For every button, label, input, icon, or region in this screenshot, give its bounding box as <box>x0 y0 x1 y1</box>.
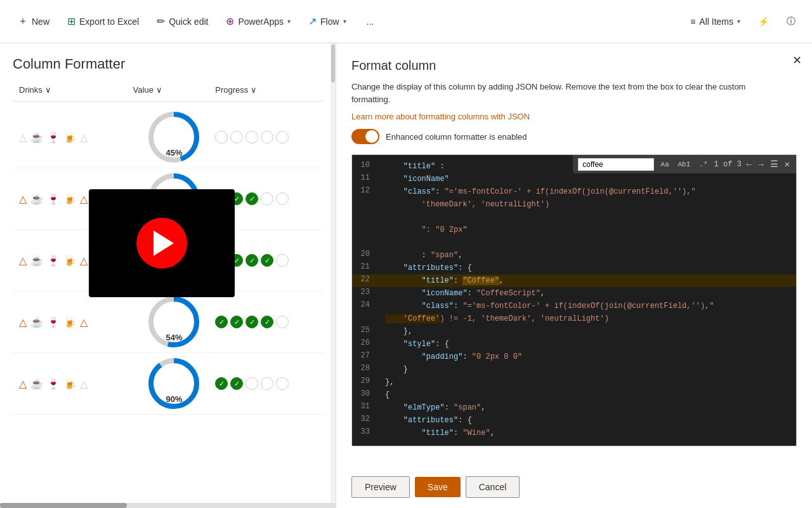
code-line: ": "0 2px" <box>352 224 796 236</box>
progress-dot-3: ✓ <box>261 316 273 328</box>
prev-match-button[interactable]: ← <box>745 158 753 171</box>
line-number: 11 <box>352 173 377 182</box>
line-content: "iconName": "CoffeeScript", <box>385 287 796 299</box>
drink-icon-0: △ <box>19 131 27 144</box>
match-case-option[interactable]: Aa <box>658 159 671 170</box>
line-number: 30 <box>352 389 377 398</box>
code-search-input[interactable] <box>578 158 654 171</box>
export-excel-button[interactable]: ⊞ Export to Excel <box>60 10 147 32</box>
whole-word-option[interactable]: AbI <box>676 159 693 170</box>
progress-dot-2: ✓ <box>246 192 258 205</box>
drinks-column-header[interactable]: Drinks ∨ <box>19 85 133 95</box>
code-line: 33 "title": "Wine", <box>352 427 796 439</box>
code-line: 30{ <box>352 389 796 401</box>
progress-dot-0 <box>215 131 228 144</box>
drink-icon-4: △ <box>80 316 88 328</box>
line-number: 26 <box>352 338 377 347</box>
expand-search-button[interactable]: ☰ <box>769 157 780 171</box>
vertical-scrollbar[interactable] <box>331 43 336 508</box>
line-number: 27 <box>352 351 377 360</box>
scroll-thumb-horizontal <box>0 503 127 508</box>
flow-chevron: ▾ <box>343 18 346 25</box>
all-items-button[interactable]: ≡ All Items ▾ <box>684 13 747 30</box>
progress-dot-3 <box>261 192 273 205</box>
code-line: 12 "class": "='ms-fontColor-' + if(index… <box>352 185 796 198</box>
line-number: 10 <box>352 160 377 170</box>
video-player[interactable] <box>89 189 235 297</box>
code-line: 26 "style": { <box>352 338 796 351</box>
progress-dot-1: ✓ <box>230 377 243 390</box>
new-button[interactable]: ＋ New <box>10 10 57 33</box>
flow-icon: ↗ <box>308 15 317 27</box>
play-button[interactable] <box>136 218 187 269</box>
progress-dot-4 <box>276 316 289 328</box>
search-count: 1 of 3 <box>714 160 742 169</box>
close-search-button[interactable]: ✕ <box>783 157 791 171</box>
table-row: △☕🍷🍺△ 54% ✓✓✓✓ <box>13 291 323 353</box>
line-content: "padding": "0 2px 0 0" <box>385 351 796 363</box>
line-content: }, <box>385 325 796 337</box>
line-content: 'themeDark', 'neutralLight') <box>385 198 796 210</box>
filter-button[interactable]: ⚡ <box>752 13 775 30</box>
line-content: "attributes": { <box>385 262 796 274</box>
drink-icon-0: △ <box>19 316 27 328</box>
drink-icon-2: 🍷 <box>47 255 60 267</box>
video-overlay[interactable] <box>89 189 235 297</box>
regex-option[interactable]: .* <box>697 159 710 170</box>
progress-dot-0: ✓ <box>215 377 228 390</box>
save-button[interactable]: Save <box>415 477 461 497</box>
panel-title: Column Formatter <box>13 56 323 72</box>
progress-dot-1 <box>230 131 243 144</box>
code-line: 32 "attributes": { <box>352 414 796 427</box>
drink-icon-2: 🍷 <box>47 193 60 205</box>
enhanced-formatter-toggle[interactable] <box>351 129 379 144</box>
code-line: 31 "elmType": "span", <box>352 401 796 414</box>
code-line: 'Coffee') != -1, 'themeDark', 'neutralLi… <box>352 312 796 325</box>
line-number: 20 <box>352 249 377 258</box>
more-button[interactable]: ... <box>359 11 382 32</box>
value-cell: 54% <box>133 297 216 347</box>
right-panel: Format column Change the display of this… <box>336 43 812 508</box>
toggle-label: Enhanced column formatter is enabled <box>386 132 527 142</box>
quick-edit-button[interactable]: ✏ Quick edit <box>149 10 216 32</box>
flow-button[interactable]: ↗ Flow ▾ <box>301 10 354 32</box>
line-number: 24 <box>352 300 377 309</box>
progress-column-header[interactable]: Progress ∨ <box>215 85 317 95</box>
format-link[interactable]: Learn more about formatting columns with… <box>351 112 797 121</box>
line-number: 29 <box>352 376 377 385</box>
line-content: "title": "Coffee", <box>385 274 796 286</box>
drink-icon-1: ☕ <box>30 316 43 328</box>
line-content <box>385 236 796 237</box>
bottom-scrollbar[interactable] <box>0 503 336 508</box>
line-number <box>352 236 377 237</box>
code-line: 22 "title": "Coffee", <box>352 274 796 287</box>
code-line: 11 "iconName" <box>352 173 796 185</box>
powerapps-button[interactable]: ⊕ PowerApps ▾ <box>218 10 298 32</box>
code-editor[interactable]: Aa AbI .* 1 of 3 ← → ☰ ✕ 10 "title" :11 … <box>351 154 797 446</box>
value-column-header[interactable]: Value ∨ <box>133 85 216 95</box>
code-line: 21 "attributes": { <box>352 262 796 274</box>
progress-dot-4 <box>276 377 289 390</box>
drink-icon-0: △ <box>19 378 27 390</box>
info-button[interactable]: ⓘ <box>780 12 802 31</box>
line-number: 31 <box>352 401 377 411</box>
drink-icon-2: 🍷 <box>47 131 60 144</box>
preview-button[interactable]: Preview <box>351 476 410 498</box>
line-content: }, <box>385 376 796 388</box>
next-match-button[interactable]: → <box>757 158 764 171</box>
progress-dot-3 <box>261 377 273 390</box>
pie-chart: 45% <box>148 112 199 163</box>
drink-icon-0: △ <box>19 255 27 267</box>
line-content: { <box>385 389 796 401</box>
drink-icon-1: ☕ <box>30 193 43 205</box>
toggle-thumb <box>365 130 378 143</box>
table-row: △☕🍷🍺△ 90% ✓✓ <box>13 353 323 415</box>
drink-icon-3: 🍺 <box>63 131 76 144</box>
code-line: 20 : "span", <box>352 249 796 262</box>
cancel-button[interactable]: Cancel <box>466 476 520 498</box>
drink-icon-0: △ <box>19 193 27 205</box>
close-panel-button[interactable]: ✕ <box>792 53 802 67</box>
powerapps-chevron: ▾ <box>287 18 291 25</box>
drinks-cell: △☕🍷🍺△ <box>19 378 133 390</box>
line-content: 'Coffee') != -1, 'themeDark', 'neutralLi… <box>385 312 796 324</box>
